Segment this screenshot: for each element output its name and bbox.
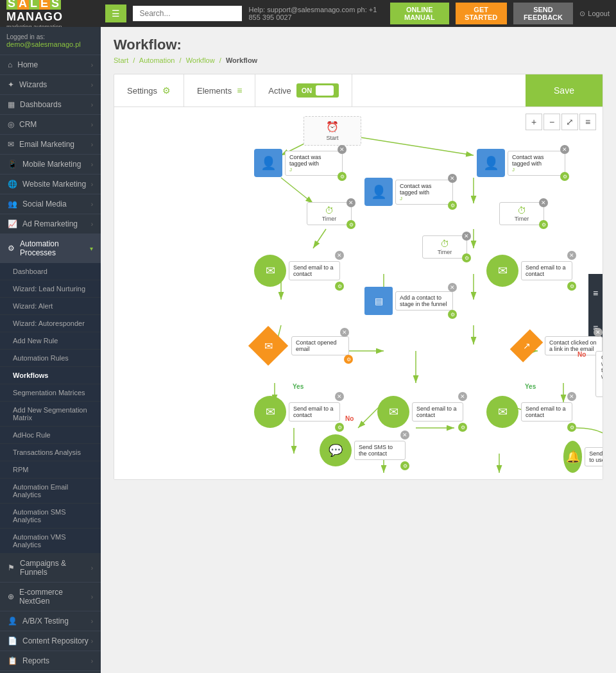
sidebar-item-wizards[interactable]: ✦Wizards ›	[0, 75, 101, 95]
sub-item-add-rule[interactable]: Add New Rule	[0, 332, 101, 350]
sidebar-item-campaigns[interactable]: ⚑Campaigns & Funnels ›	[0, 554, 101, 583]
settings-icon[interactable]: ⚙	[462, 253, 471, 262]
search-input[interactable]	[133, 6, 242, 21]
close-icon[interactable]: ✕	[400, 430, 409, 439]
close-icon[interactable]: ✕	[340, 328, 349, 337]
close-icon[interactable]: ✕	[462, 232, 471, 241]
chevron-right-icon: ›	[91, 161, 93, 168]
fullscreen-button[interactable]: ⤢	[561, 114, 578, 130]
sidebar-item-social-media[interactable]: 👥Social Media ›	[0, 194, 101, 214]
contact-tagged-node-1[interactable]: 👤 Contact was tagged with J ✕ ⚙	[254, 149, 343, 177]
sub-item-dashboard[interactable]: Dashboard	[0, 263, 101, 280]
send-email-node-1[interactable]: ✉ Send email to a contact ✕ ⚙	[254, 255, 340, 287]
sidebar-item-website-marketing[interactable]: 🌐Website Marketing ›	[0, 175, 101, 194]
hamburger-icon[interactable]: ≡	[237, 85, 242, 96]
close-icon[interactable]: ✕	[539, 198, 548, 207]
contact-tagged-node-2[interactable]: 👤 Contact was tagged with J ✕ ⚙	[477, 149, 565, 177]
sidebar-item-dashboards[interactable]: ▦Dashboards ›	[0, 95, 101, 115]
settings-icon[interactable]: ⚙	[448, 310, 457, 319]
settings-icon[interactable]: ⚙	[567, 423, 576, 432]
settings-icon[interactable]: ⚙	[346, 220, 355, 229]
close-icon[interactable]: ✕	[346, 198, 355, 207]
close-icon[interactable]: ✕	[458, 392, 467, 401]
settings-icon[interactable]: ⚙	[335, 282, 344, 291]
chevron-down-icon: ▾	[90, 245, 93, 252]
node-text: Contact was tagged with	[601, 354, 603, 380]
logout-button[interactable]: ⊙ Logout	[579, 10, 610, 18]
save-button[interactable]: Save	[526, 74, 603, 106]
contact-tagged-node-4[interactable]: Contact was tagged with ● tag ● ✕	[595, 351, 603, 397]
contact-opened-email-node[interactable]: ✉ Contact opened email ✕ ⚙	[254, 332, 349, 360]
sub-item-rpm[interactable]: RPM	[0, 461, 101, 479]
sub-item-workflows[interactable]: Workflows	[0, 367, 101, 384]
settings-icon[interactable]: ⚙	[335, 423, 344, 432]
settings-icon[interactable]: ⚙	[400, 461, 409, 470]
sidebar-item-home[interactable]: ⌂Home ›	[0, 55, 101, 75]
sidebar-item-ecommerce[interactable]: ⊕E-commerce NextGen ›	[0, 583, 101, 611]
settings-icon[interactable]: ⚙	[344, 355, 353, 364]
online-manual-button[interactable]: ONLINE MANUAL	[390, 3, 449, 24]
sub-item-segmentation-matrices[interactable]: Segmentation Matrices	[0, 384, 101, 402]
settings-icon[interactable]: ⚙	[448, 201, 457, 210]
email-icon: ✉	[389, 405, 398, 419]
sidebar-item-email-marketing[interactable]: ✉Email Marketing ›	[0, 135, 101, 155]
sidebar-item-crm[interactable]: ◎CRM ›	[0, 115, 101, 135]
ad-remarketing-icon: 📈	[8, 219, 17, 228]
get-started-button[interactable]: GET STARTED	[456, 3, 507, 24]
close-icon[interactable]: ✕	[560, 145, 569, 154]
settings-icon[interactable]: ⚙	[458, 423, 467, 432]
close-icon[interactable]: ✕	[335, 251, 344, 260]
sub-item-add-segmentation[interactable]: Add New Segmentation Matrix	[0, 402, 101, 427]
sub-item-wizard-lead[interactable]: Wizard: Lead Nurturing	[0, 280, 101, 298]
settings-icon[interactable]: ⚙	[338, 172, 346, 181]
contact-clicked-link-node[interactable]: ↗ Contact clicked on a link in the email…	[517, 332, 603, 360]
menu-toggle-button[interactable]: ☰	[105, 4, 126, 22]
close-icon[interactable]: ✕	[567, 251, 576, 260]
sub-item-email-analytics[interactable]: Automation Email Analytics	[0, 479, 101, 504]
settings-icon[interactable]: ⚙	[560, 172, 569, 181]
send-email-node-3[interactable]: ✉ Send email to a contact ✕ ⚙	[254, 396, 340, 428]
sub-item-sms-analytics[interactable]: Automation SMS Analytics	[0, 504, 101, 529]
sub-item-wizard-alert[interactable]: Wizard: Alert	[0, 298, 101, 315]
close-icon[interactable]: ✕	[335, 392, 344, 401]
settings-icon[interactable]: ⚙	[539, 220, 548, 229]
close-icon[interactable]: ✕	[338, 145, 346, 154]
send-alert-node[interactable]: 🔔 Send alert to user ✕ ⚙	[563, 441, 603, 473]
send-sms-node[interactable]: 💬 Send SMS to the contact ✕ ⚙	[320, 434, 406, 466]
sidebar-item-abtesting[interactable]: 👤A/B/X Testing ›	[0, 611, 101, 631]
timer-node-2[interactable]: ⏱ Timer ✕ ⚙	[499, 202, 544, 225]
send-email-node-5[interactable]: ✉ Send email to a contact ✕ ⚙	[486, 396, 572, 428]
canvas-side-menu[interactable]: ≡	[588, 274, 603, 312]
workflow-toolbar: Settings ⚙ Elements ≡ Active ON Save	[114, 74, 603, 107]
zoom-out-button[interactable]: −	[543, 114, 560, 130]
send-feedback-button[interactable]: SEND FEEDBACK	[513, 3, 574, 24]
sidebar-item-content-repository[interactable]: 📄Content Repository ›	[0, 631, 101, 651]
menu-button[interactable]: ≡	[579, 114, 596, 130]
close-icon[interactable]: ✕	[448, 174, 457, 183]
sidebar-item-mobile-marketing[interactable]: 📱Mobile Marketing ›	[0, 155, 101, 175]
close-icon[interactable]: ✕	[567, 392, 576, 401]
sidebar-item-reports[interactable]: 📋Reports ›	[0, 651, 101, 671]
active-toggle[interactable]: ON	[296, 83, 339, 98]
gear-icon[interactable]: ⚙	[162, 85, 171, 96]
sub-item-wizard-autoresponder[interactable]: Wizard: Autoresponder	[0, 315, 101, 332]
contact-tagged-node-3[interactable]: 👤 Contact was tagged with J ✕ ⚙	[364, 178, 453, 206]
zoom-in-button[interactable]: +	[526, 114, 542, 130]
send-email-node-4[interactable]: ✉ Send email to a contact ✕ ⚙	[377, 396, 463, 428]
timer-node-1[interactable]: ⏱ Timer ✕ ⚙	[307, 202, 352, 225]
chevron-right-icon: ›	[91, 221, 93, 228]
close-icon[interactable]: ✕	[594, 328, 603, 337]
sidebar-item-ad-remarketing[interactable]: 📈Ad Remarketing ›	[0, 214, 101, 234]
add-contact-funnel-node[interactable]: ▤ Add a contact to stage in the funnel ✕…	[364, 287, 453, 315]
sub-item-adhoc-rule[interactable]: AdHoc Rule	[0, 427, 101, 444]
close-icon[interactable]: ✕	[448, 283, 457, 292]
workflow-canvas[interactable]: + − ⤢ ≡ ≡ ≡ ⏰ Start	[114, 107, 603, 479]
settings-icon[interactable]: ⚙	[567, 282, 576, 291]
send-email-node-2[interactable]: ✉ Send email to a contact ✕ ⚙	[486, 255, 572, 287]
sub-item-automation-rules[interactable]: Automation Rules	[0, 350, 101, 367]
sub-item-transactions[interactable]: Transactions Analysis	[0, 444, 101, 461]
sidebar-item-automation[interactable]: ⚙Automation Processes ▾	[0, 234, 101, 263]
sub-item-vms-analytics[interactable]: Automation VMS Analytics	[0, 529, 101, 554]
timer-node-3[interactable]: ⏱ Timer ✕ ⚙	[422, 235, 467, 259]
reports-icon: 📋	[8, 656, 17, 665]
